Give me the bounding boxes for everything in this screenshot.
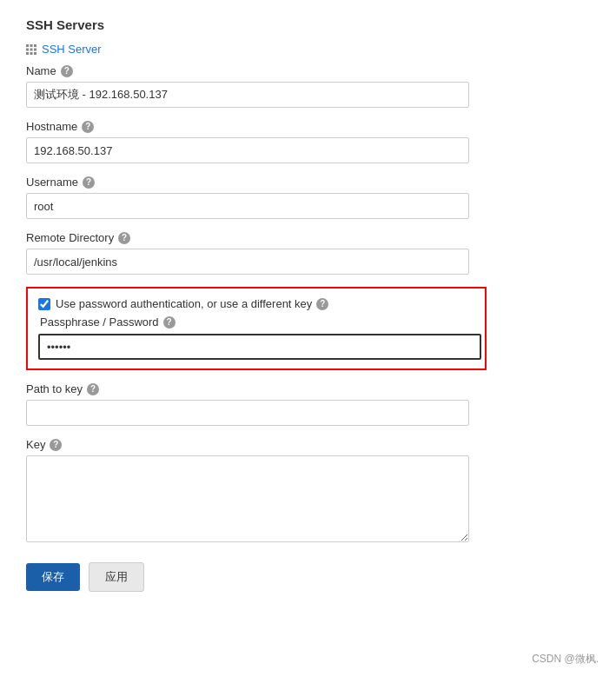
username-label: Username ? xyxy=(26,176,590,189)
svg-rect-7 xyxy=(30,52,33,55)
svg-rect-2 xyxy=(34,44,36,47)
svg-rect-8 xyxy=(34,52,36,55)
section-title: SSH Servers xyxy=(26,17,590,32)
save-button[interactable]: 保存 xyxy=(26,563,80,591)
remote-directory-input[interactable] xyxy=(26,249,469,275)
name-label: Name ? xyxy=(26,64,590,77)
svg-rect-1 xyxy=(30,44,33,47)
path-to-key-help-icon[interactable]: ? xyxy=(87,383,99,395)
passphrase-help-icon[interactable]: ? xyxy=(163,316,176,329)
svg-rect-6 xyxy=(26,52,29,55)
username-help-icon[interactable]: ? xyxy=(83,176,95,189)
remote-directory-field-group: Remote Directory ? xyxy=(26,231,590,275)
key-help-icon[interactable]: ? xyxy=(50,439,62,451)
use-password-label: Use password authentication, or use a di… xyxy=(56,297,312,310)
path-to-key-field-group: Path to key ? xyxy=(26,382,590,426)
use-password-help-icon[interactable]: ? xyxy=(316,298,328,310)
remote-directory-help-icon[interactable]: ? xyxy=(118,232,130,244)
svg-rect-3 xyxy=(26,48,29,50)
passphrase-label-row: Passphrase / Password ? xyxy=(38,315,474,329)
name-input[interactable] xyxy=(26,82,469,108)
svg-rect-5 xyxy=(34,48,36,50)
hostname-input[interactable] xyxy=(26,137,469,163)
grid-icon xyxy=(26,44,36,55)
key-field-group: Key ? xyxy=(26,438,590,545)
buttons-row: 保存 应用 xyxy=(26,562,590,592)
ssh-server-link[interactable]: SSH Server xyxy=(42,43,102,56)
page-container: SSH Servers SSH Server Name ? xyxy=(0,0,616,677)
name-field-group: Name ? xyxy=(26,64,590,108)
username-field-group: Username ? xyxy=(26,176,590,219)
hostname-help-icon[interactable]: ? xyxy=(82,121,94,133)
path-to-key-input[interactable] xyxy=(26,400,469,426)
passphrase-input[interactable] xyxy=(38,334,481,360)
watermark: CSDN @微枫. xyxy=(532,652,599,667)
svg-rect-0 xyxy=(26,44,29,47)
remote-directory-label: Remote Directory ? xyxy=(26,231,590,244)
auth-checkbox-section: Use password authentication, or use a di… xyxy=(26,287,487,370)
key-label: Key ? xyxy=(26,438,590,451)
use-password-checkbox[interactable] xyxy=(38,298,50,310)
svg-rect-4 xyxy=(30,48,33,50)
hostname-field-group: Hostname ? xyxy=(26,120,590,163)
checkbox-row: Use password authentication, or use a di… xyxy=(38,297,474,310)
username-input[interactable] xyxy=(26,193,469,219)
path-to-key-label: Path to key ? xyxy=(26,382,590,395)
hostname-label: Hostname ? xyxy=(26,120,590,133)
apply-button[interactable]: 应用 xyxy=(89,562,144,592)
name-help-icon[interactable]: ? xyxy=(61,65,73,77)
ssh-server-header: SSH Server xyxy=(26,43,590,56)
key-textarea[interactable] xyxy=(26,455,469,542)
